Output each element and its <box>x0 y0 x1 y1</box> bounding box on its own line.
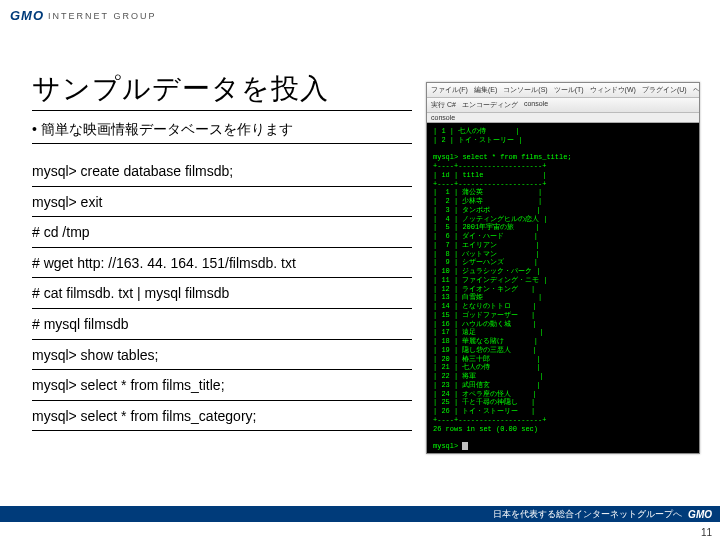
terminal-tab: console <box>427 113 699 123</box>
command-line: mysql> exit <box>32 187 412 218</box>
page-number: 11 <box>701 527 712 538</box>
brand-subtext: INTERNET GROUP <box>48 11 156 21</box>
footer-bar: 日本を代表する総合インターネットグループへ GMO <box>0 506 720 522</box>
menu-item: コンソール(S) <box>503 85 547 95</box>
menu-item: 編集(E) <box>474 85 497 95</box>
slide-content: サンプルデータを投入 • 簡単な映画情報データベースを作ります mysql> c… <box>32 70 412 431</box>
terminal-menubar: ファイル(F) 編集(E) コンソール(S) ツール(T) ウィンドウ(W) プ… <box>427 83 699 98</box>
menu-item: ツール(T) <box>554 85 584 95</box>
terminal-body: | 1 | 七人の侍 | | 2 | トイ・ストーリー | mysql> sel… <box>427 123 699 454</box>
slide-subtitle: • 簡単な映画情報データベースを作ります <box>32 121 412 144</box>
footer-logo: GMO <box>688 509 712 520</box>
toolbar-select: console <box>524 100 548 110</box>
toolbar-label: エンコーディング <box>462 100 518 110</box>
command-line: mysql> select * from films_title; <box>32 370 412 401</box>
command-line: mysql> select * from films_category; <box>32 401 412 432</box>
terminal-screenshot: ファイル(F) 編集(E) コンソール(S) ツール(T) ウィンドウ(W) プ… <box>426 82 700 454</box>
toolbar-label: 実行 C# <box>431 100 456 110</box>
brand-header: GMO INTERNET GROUP <box>10 8 156 23</box>
menu-item: プラグイン(U) <box>642 85 687 95</box>
command-line: # cd /tmp <box>32 217 412 248</box>
terminal-toolbar: 実行 C# エンコーディング console <box>427 98 699 113</box>
command-line: # cat filmsdb. txt | mysql filmsdb <box>32 278 412 309</box>
footer-tagline: 日本を代表する総合インターネットグループへ <box>493 508 682 521</box>
menu-item: ウィンドウ(W) <box>590 85 636 95</box>
command-line: # mysql filmsdb <box>32 309 412 340</box>
command-line: mysql> create database filmsdb; <box>32 156 412 187</box>
slide-title: サンプルデータを投入 <box>32 70 412 111</box>
menu-item: ヘルプ <box>693 85 700 95</box>
brand-logo-text: GMO <box>10 8 44 23</box>
menu-item: ファイル(F) <box>431 85 468 95</box>
command-line: # wget http: //163. 44. 164. 151/filmsdb… <box>32 248 412 279</box>
command-line: mysql> show tables; <box>32 340 412 371</box>
